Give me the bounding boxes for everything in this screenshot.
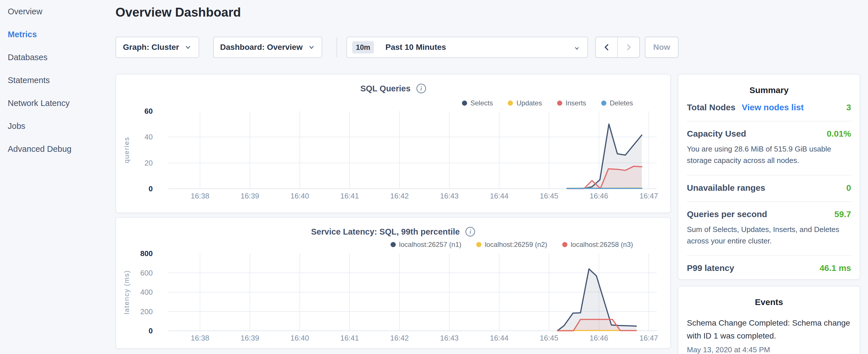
summary-row-description: You are using 28.6 MiB of 515.9 GiB usab… xyxy=(687,143,851,166)
svg-text:16:38: 16:38 xyxy=(191,192,209,200)
summary-row-label: Capacity Used xyxy=(687,129,746,139)
sidebar-item-overview[interactable]: Overview xyxy=(0,0,115,23)
dashboard-dropdown[interactable]: Dashboard: Overview xyxy=(213,37,322,58)
summary-row-label: Unavailable ranges xyxy=(687,183,765,193)
now-button[interactable]: Now xyxy=(645,37,679,58)
chevron-down-icon xyxy=(184,43,192,51)
graph-dropdown-label: Graph: Cluster xyxy=(123,43,179,52)
time-range-dropdown[interactable]: 10m Past 10 Minutes xyxy=(346,37,588,58)
svg-text:0: 0 xyxy=(149,326,153,335)
chevron-down-icon xyxy=(308,43,315,51)
summary-row-p99-latency: P99 latency46.1 ms xyxy=(687,256,851,282)
svg-text:40: 40 xyxy=(145,133,153,141)
toolbar-divider xyxy=(336,37,337,57)
svg-text:queries: queries xyxy=(123,137,130,163)
svg-text:0: 0 xyxy=(149,185,153,193)
dashboard-dropdown-label: Dashboard: Overview xyxy=(220,43,303,52)
summary-row-label: Queries per second xyxy=(687,210,767,219)
svg-text:600: 600 xyxy=(141,269,153,277)
svg-text:200: 200 xyxy=(141,307,153,316)
summary-row-capacity-used: Capacity Used0.01%You are using 28.6 MiB… xyxy=(687,122,851,175)
summary-row-value: 0 xyxy=(846,183,851,193)
summary-row-value: 0.01% xyxy=(827,129,851,139)
svg-text:16:43: 16:43 xyxy=(440,334,459,342)
svg-text:16:46: 16:46 xyxy=(589,334,608,342)
time-range-label: Past 10 Minutes xyxy=(385,43,446,52)
event-text: Schema Change Completed: Schema change w… xyxy=(687,317,851,343)
service-latency-sql-99th-percentile-plot: 16:3816:3916:4016:4116:4216:4316:4416:45… xyxy=(116,218,670,349)
graph-dropdown[interactable]: Graph: Cluster xyxy=(116,37,199,58)
sidebar-nav: OverviewMetricsDatabasesStatementsNetwor… xyxy=(0,0,115,354)
summary-row-value: 46.1 ms xyxy=(819,263,851,273)
summary-row-total-nodes: Total NodesView nodes list3 xyxy=(687,95,851,122)
sidebar-item-statements[interactable]: Statements xyxy=(0,69,115,92)
summary-row-description: Sum of Selects, Updates, Inserts, and De… xyxy=(687,224,851,247)
svg-text:16:41: 16:41 xyxy=(340,192,359,200)
summary-heading: Summary xyxy=(687,85,851,95)
svg-text:16:44: 16:44 xyxy=(490,192,508,200)
svg-text:16:40: 16:40 xyxy=(290,334,309,342)
time-pager xyxy=(595,37,640,58)
svg-text:16:38: 16:38 xyxy=(191,334,209,342)
svg-text:16:45: 16:45 xyxy=(539,334,558,342)
summary-row-unavailable-ranges: Unavailable ranges0 xyxy=(687,175,851,202)
service-latency-chart-card: Service Latency: SQL, 99th percentileilo… xyxy=(116,217,671,349)
sidebar-item-databases[interactable]: Databases xyxy=(0,46,115,69)
sql-queries-chart-card: SQL QueriesiSelectsUpdatesInsertsDeletes… xyxy=(116,74,671,213)
summary-row-label: P99 latency xyxy=(687,263,734,273)
svg-text:16:42: 16:42 xyxy=(390,334,409,342)
chevron-left-icon xyxy=(603,43,610,51)
svg-text:latency (ms): latency (ms) xyxy=(123,270,130,315)
sidebar-item-network-latency[interactable]: Network Latency xyxy=(0,92,115,115)
summary-row-queries-per-second: Queries per second59.7Sum of Selects, Up… xyxy=(687,202,851,256)
event-item[interactable]: Schema Change Completed: Schema change w… xyxy=(687,317,851,354)
chevron-right-icon xyxy=(625,43,632,51)
svg-text:16:39: 16:39 xyxy=(241,334,259,342)
svg-text:16:43: 16:43 xyxy=(440,192,459,200)
svg-text:16:45: 16:45 xyxy=(539,192,558,200)
event-timestamp: May 13, 2020 at 4:45 PM xyxy=(687,345,851,354)
summary-row-label: Total Nodes xyxy=(687,102,735,112)
time-back-button[interactable] xyxy=(596,37,618,57)
sidebar-item-advanced-debug[interactable]: Advanced Debug xyxy=(0,137,115,160)
svg-text:800: 800 xyxy=(141,249,153,258)
svg-text:16:46: 16:46 xyxy=(589,192,608,200)
svg-text:60: 60 xyxy=(145,107,153,116)
svg-text:16:47: 16:47 xyxy=(639,192,658,200)
svg-text:16:42: 16:42 xyxy=(390,192,409,200)
summary-row-value: 3 xyxy=(846,102,851,112)
summary-row-value: 59.7 xyxy=(834,210,851,219)
svg-text:400: 400 xyxy=(141,288,153,296)
view-nodes-list-link[interactable]: View nodes list xyxy=(742,102,804,112)
page-title: Overview Dashboard xyxy=(116,5,241,20)
sql-queries-plot: 16:3816:3916:4016:4116:4216:4316:4416:45… xyxy=(116,74,670,214)
chevron-down-icon xyxy=(573,45,581,52)
svg-text:16:44: 16:44 xyxy=(490,334,508,342)
svg-text:20: 20 xyxy=(145,159,153,167)
svg-text:16:41: 16:41 xyxy=(340,334,359,342)
sidebar-item-metrics[interactable]: Metrics xyxy=(0,23,115,46)
time-forward-button[interactable] xyxy=(618,37,639,57)
svg-text:16:40: 16:40 xyxy=(290,192,309,200)
events-heading: Events xyxy=(687,297,851,307)
svg-text:16:47: 16:47 xyxy=(639,334,658,342)
summary-panel: Summary Total NodesView nodes list3Capac… xyxy=(678,74,860,280)
time-range-badge: 10m xyxy=(352,41,374,54)
sidebar-item-jobs[interactable]: Jobs xyxy=(0,115,115,137)
events-panel: Events Schema Change Completed: Schema c… xyxy=(678,286,860,354)
svg-text:16:39: 16:39 xyxy=(241,192,259,200)
